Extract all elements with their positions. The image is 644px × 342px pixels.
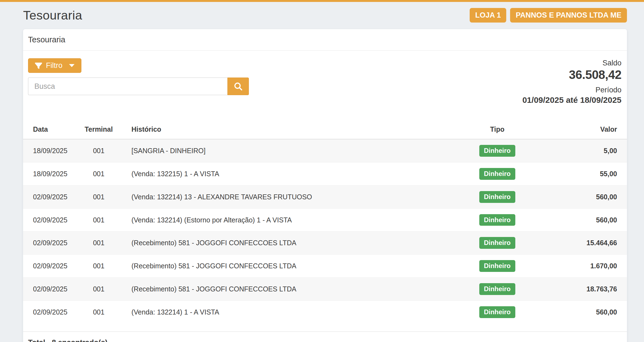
search-icon [233,81,243,91]
tipo-badge: Dinheiro [479,283,515,295]
row-valor: 18.763,76 [520,278,627,301]
tesouraria-card: Tesouraria Filtro [23,29,627,342]
row-tipo-cell: Dinheiro [475,231,520,255]
tipo-badge: Dinheiro [479,145,515,157]
row-terminal: 001 [75,231,122,255]
row-terminal: 001 [75,300,122,323]
tipo-badge: Dinheiro [479,237,515,249]
top-accent-bar [0,0,644,2]
column-header-data: Data [23,121,75,139]
column-header-tipo: Tipo [475,121,520,139]
column-header-valor: Valor [520,121,627,139]
page-title: Tesouraria [23,8,82,23]
periodo-value: 01/09/2025 até 18/09/2025 [522,95,621,105]
row-tipo-cell: Dinheiro [475,162,520,186]
tipo-badge: Dinheiro [479,306,515,318]
header-badges: LOJA 1 PANNOS E PANNOS LTDA ME [470,8,627,23]
row-tipo-cell: Dinheiro [475,208,520,231]
saldo-value: 36.508,42 [522,68,621,82]
table-total: Total - 8 encontrado(s) [23,331,627,342]
row-tipo-cell: Dinheiro [475,278,520,301]
table-row[interactable]: 02/09/2025 001 (Venda: 132214) 13 - ALEX… [23,185,627,208]
table-row[interactable]: 02/09/2025 001 (Recebimento) 581 - JOGGO… [23,278,627,301]
row-historico: (Venda: 132214) 1 - A VISTA [122,300,475,323]
row-date: 18/09/2025 [23,139,75,162]
filter-button[interactable]: Filtro [28,58,81,73]
row-historico: (Recebimento) 581 - JOGGOFI CONFECCOES L… [122,255,475,278]
column-header-historico: Histórico [122,121,475,139]
periodo-label: Período [522,85,621,95]
row-date: 02/09/2025 [23,278,75,301]
company-badge[interactable]: PANNOS E PANNOS LTDA ME [510,8,627,23]
row-valor: 1.670,00 [520,255,627,278]
tipo-badge: Dinheiro [479,191,515,203]
table-row[interactable]: 02/09/2025 001 (Venda: 132214) 1 - A VIS… [23,300,627,323]
table-header-row: Data Terminal Histórico Tipo Valor [23,121,627,139]
row-terminal: 001 [75,162,122,186]
table-row[interactable]: 02/09/2025 001 (Venda: 132214) (Estorno … [23,208,627,231]
row-historico: (Venda: 132214) (Estorno por Alteração) … [122,208,475,231]
row-date: 02/09/2025 [23,185,75,208]
table-row[interactable]: 02/09/2025 001 (Recebimento) 581 - JOGGO… [23,255,627,278]
row-valor: 55,00 [520,162,627,186]
chevron-down-icon [69,64,75,67]
row-tipo-cell: Dinheiro [475,139,520,162]
row-historico: [SANGRIA - DINHEIRO] [122,139,475,162]
row-tipo-cell: Dinheiro [475,185,520,208]
row-terminal: 001 [75,208,122,231]
row-tipo-cell: Dinheiro [475,255,520,278]
row-valor: 560,00 [520,208,627,231]
toolbar: Filtro Saldo [23,58,627,105]
row-valor: 15.464,66 [520,231,627,255]
search-group [28,78,249,95]
row-terminal: 001 [75,278,122,301]
row-valor: 560,00 [520,185,627,208]
saldo-label: Saldo [522,58,621,68]
row-date: 18/09/2025 [23,162,75,186]
row-historico: (Recebimento) 581 - JOGGOFI CONFECCOES L… [122,278,475,301]
row-historico: (Recebimento) 581 - JOGGOFI CONFECCOES L… [122,231,475,255]
tipo-badge: Dinheiro [479,168,515,180]
table-row[interactable]: 18/09/2025 001 [SANGRIA - DINHEIRO] Dinh… [23,139,627,162]
row-historico: (Venda: 132214) 13 - ALEXANDRE TAVARES F… [122,185,475,208]
tipo-badge: Dinheiro [479,260,515,272]
row-terminal: 001 [75,139,122,162]
row-valor: 5,00 [520,139,627,162]
row-tipo-cell: Dinheiro [475,300,520,323]
row-terminal: 001 [75,255,122,278]
row-date: 02/09/2025 [23,255,75,278]
summary-panel: Saldo 36.508,42 Período 01/09/2025 até 1… [522,58,621,105]
filter-funnel-icon [35,62,42,69]
transactions-table: Data Terminal Histórico Tipo Valor 18/09… [23,121,627,323]
row-valor: 560,00 [520,300,627,323]
row-historico: (Venda: 132215) 1 - A VISTA [122,162,475,186]
search-input[interactable] [28,78,227,95]
filter-button-label: Filtro [46,61,62,70]
table-row[interactable]: 02/09/2025 001 (Recebimento) 581 - JOGGO… [23,231,627,255]
store-badge[interactable]: LOJA 1 [470,8,507,23]
row-date: 02/09/2025 [23,231,75,255]
card-title: Tesouraria [23,29,627,51]
column-header-terminal: Terminal [75,121,122,139]
page-header: Tesouraria LOJA 1 PANNOS E PANNOS LTDA M… [23,8,627,23]
search-button[interactable] [227,78,249,95]
tipo-badge: Dinheiro [479,214,515,226]
row-terminal: 001 [75,185,122,208]
row-date: 02/09/2025 [23,208,75,231]
filter-search-controls: Filtro [28,58,249,95]
row-date: 02/09/2025 [23,300,75,323]
table-row[interactable]: 18/09/2025 001 (Venda: 132215) 1 - A VIS… [23,162,627,186]
